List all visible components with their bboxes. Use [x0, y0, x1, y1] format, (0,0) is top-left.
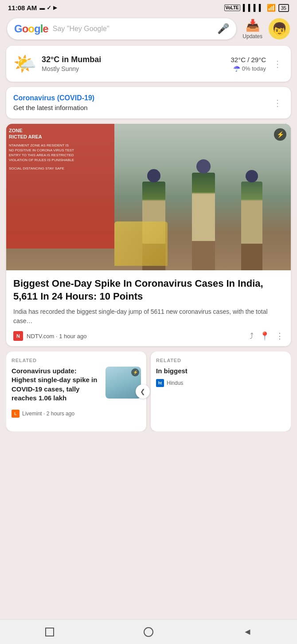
- notification-icon: ▬: [39, 5, 45, 11]
- covid-title: Coronavirus (COVID-19): [13, 94, 271, 102]
- search-placeholder: Say "Hey Google": [53, 25, 213, 33]
- pin-icon[interactable]: 📍: [260, 331, 270, 341]
- news-card[interactable]: ZONERICTED AREA NTAINMENT ZONE AS RESIDE…: [6, 124, 291, 346]
- weather-icon: 🌤️: [13, 53, 36, 75]
- related-headline-1: Coronavirus update: Highest single-day s…: [12, 367, 98, 403]
- avatar[interactable]: 👦: [269, 18, 290, 40]
- news-summary: India has recorded the biggest single-da…: [13, 307, 284, 326]
- volte-icon: VoLTE: [224, 4, 240, 11]
- recents-icon: [45, 628, 54, 636]
- nav-recents-button[interactable]: [40, 622, 59, 642]
- status-bar: 11:08 AM ▬ ✓ ▶ VoLTE ▍▍▍▍ 📶 35: [0, 0, 297, 14]
- ht-icon: ht: [156, 379, 164, 387]
- time-display: 11:08 AM: [8, 4, 37, 12]
- related-source-1: L Livemint · 2 hours ago: [12, 410, 141, 418]
- share-icon[interactable]: ⤴: [250, 332, 254, 341]
- play-icon: ▶: [53, 5, 57, 11]
- related-headline-2: In biggest: [156, 367, 285, 375]
- related-card-1[interactable]: RELATED Coronavirus update: Highest sing…: [6, 352, 146, 431]
- related-source-name-1: Livemint · 2 hours ago: [22, 411, 74, 417]
- source-icon: N: [13, 331, 23, 341]
- updates-bell-icon: 📥: [246, 19, 260, 32]
- content-area: 🌤️ 32°C in Mumbai Mostly Sunny 32°C / 29…: [0, 46, 297, 431]
- weather-range: 32°C / 29°C: [231, 56, 266, 63]
- bottom-nav: ◄: [0, 619, 297, 644]
- weather-description: Mostly Sunny: [42, 65, 225, 72]
- sign-text-main: NTAINMENT ZONE AS RESIDENT ISND POSITIVE…: [9, 143, 112, 163]
- signal-icon: ▍▍▍▍: [243, 4, 264, 12]
- related-card-2[interactable]: RELATED In biggest ht Hindus: [151, 352, 291, 431]
- news-headline: Biggest One-Day Spike In Coronavirus Cas…: [13, 277, 284, 303]
- lightning-badge: ⚡: [274, 128, 286, 141]
- weather-temperature: 32°C in Mumbai: [42, 55, 225, 64]
- updates-button[interactable]: 📥 Updates: [242, 19, 262, 40]
- nav-back-button[interactable]: ◄: [238, 622, 257, 642]
- back-icon: ◄: [243, 627, 252, 637]
- sign-text-footer: SOCIAL DISTANCING STAY SAFE: [9, 166, 112, 171]
- weather-card[interactable]: 🌤️ 32°C in Mumbai Mostly Sunny 32°C / 29…: [6, 46, 291, 82]
- weather-rain: ☂️ 0% today: [231, 65, 266, 72]
- related-source-2: ht Hindus: [156, 379, 285, 387]
- google-logo: Google: [14, 23, 48, 35]
- rain-icon: ☂️: [233, 65, 240, 72]
- livemint-icon: L: [12, 410, 20, 418]
- rain-percent: 0% today: [242, 65, 266, 72]
- nav-home-button[interactable]: [139, 622, 158, 642]
- wifi-icon: 📶: [267, 4, 276, 12]
- check-icon: ✓: [47, 4, 51, 11]
- covid-card[interactable]: Coronavirus (COVID-19) Get the latest in…: [6, 87, 291, 119]
- news-meta: N NDTV.com · 1 hour ago ⤴ 📍 ⋮: [13, 331, 284, 341]
- mic-icon[interactable]: 🎤: [217, 23, 229, 35]
- related-label-1: RELATED: [12, 358, 141, 363]
- battery-icon: 35: [278, 4, 289, 12]
- home-icon: [144, 627, 153, 637]
- covid-more-button[interactable]: ⋮: [271, 98, 284, 108]
- search-bar[interactable]: Google Say "Hey Google" 🎤: [7, 18, 236, 40]
- avatar-emoji: 👦: [272, 22, 287, 36]
- weather-more-button[interactable]: ⋮: [271, 59, 284, 69]
- more-icon[interactable]: ⋮: [276, 331, 284, 341]
- header-area: Google Say "Hey Google" 🎤 📥 Updates 👦: [0, 14, 297, 46]
- sign-text-top: ZONERICTED AREA: [9, 127, 112, 140]
- updates-label: Updates: [242, 33, 262, 40]
- news-image: ZONERICTED AREA NTAINMENT ZONE AS RESIDE…: [6, 124, 291, 270]
- related-arrow-button[interactable]: ❮: [136, 384, 150, 399]
- related-label-2: RELATED: [156, 358, 285, 363]
- covid-subtitle: Get the latest information: [13, 104, 271, 111]
- related-cards-row: RELATED Coronavirus update: Highest sing…: [6, 352, 291, 431]
- source-name: NDTV.com · 1 hour ago: [27, 333, 246, 340]
- related-source-name-2: Hindus: [167, 380, 183, 386]
